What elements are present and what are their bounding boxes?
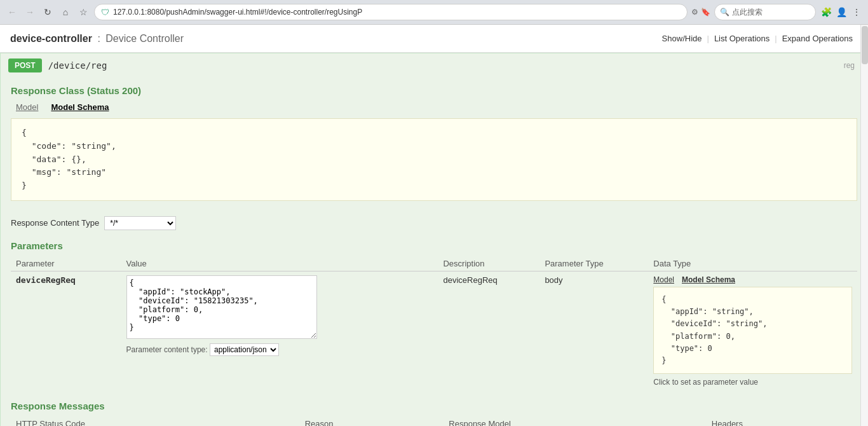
params-header-row: Parameter Value Description Parameter Ty… [11, 256, 857, 271]
controller-name: Device Controller [105, 33, 184, 44]
response-header-row: HTTP Status Code Reason Response Model H… [11, 416, 857, 426]
operation-label: reg [844, 61, 855, 70]
menu-icon: ⋮ [850, 6, 863, 18]
content-type-label: Response Content Type [11, 218, 99, 228]
bookmark-button[interactable]: ☆ [76, 5, 90, 19]
param-content-type-select[interactable]: application/json [210, 343, 279, 356]
endpoint-path: /device/reg [48, 60, 837, 71]
response-messages-title: Response Messages [11, 401, 857, 411]
expand-operations-link[interactable]: Expand Operations [777, 32, 858, 45]
response-json-content: { "code": "string", "data": {}, "msg": "… [22, 127, 846, 193]
content-type-select[interactable]: */* application/json [104, 216, 176, 230]
param-value-textarea[interactable]: { "appId": "stockApp", "deviceId": "1582… [126, 275, 317, 339]
controller-id: device-controller [10, 33, 92, 44]
data-type-model-tab[interactable]: Model [653, 275, 674, 284]
col-data-type: Data Type [648, 256, 857, 271]
col-headers: Headers [707, 416, 857, 426]
toolbar-icons: ⚙ 🔖 [691, 8, 710, 17]
security-icon: 🛡 [101, 8, 109, 17]
data-type-schema-tab[interactable]: Model Schema [682, 275, 735, 284]
search-icon: 🔍 [720, 8, 729, 17]
schema-tab[interactable]: Model Schema [46, 101, 114, 113]
param-type: body [545, 275, 562, 285]
browser-toolbar: 🧩 👤 ⋮ [820, 6, 863, 18]
search-placeholder: 点此搜索 [732, 7, 763, 18]
operation-row: POST /device/reg reg [1, 53, 867, 78]
address-bar[interactable]: 🛡 127.0.0.1:8080/pushAdmin/swagger-ui.ht… [94, 4, 688, 20]
response-class-section: Response Class (Status 200) Model Model … [1, 78, 867, 211]
col-reason: Reason [300, 416, 444, 426]
controller-actions: Show/Hide | List Operations | Expand Ope… [657, 32, 858, 45]
extensions-icon: 🧩 [820, 6, 832, 18]
controller-header: device-controller : Device Controller Sh… [0, 25, 868, 53]
data-type-model-tabs: Model Model Schema [653, 275, 852, 284]
controller-colon: : [97, 33, 100, 44]
show-hide-link[interactable]: Show/Hide [657, 32, 707, 45]
click-to-set-label: Click to set as parameter value [653, 378, 852, 387]
scrollbar-thumb[interactable] [862, 26, 868, 64]
method-badge: POST [8, 58, 42, 72]
operation-block: POST /device/reg reg Response Class (Sta… [0, 53, 868, 426]
data-type-schema-block[interactable]: { "appId": "string", "deviceId": "string… [653, 287, 852, 374]
response-class-title: Response Class (Status 200) [11, 85, 857, 96]
parameters-title: Parameters [11, 240, 857, 251]
parameters-section: Parameters Parameter Value Description P… [1, 235, 867, 395]
scrollbar-track[interactable] [860, 25, 868, 426]
param-description: deviceRegReq [443, 275, 497, 285]
col-description: Description [438, 256, 539, 271]
param-content-type-label: Parameter content type: [126, 345, 208, 354]
home-button[interactable]: ⌂ [58, 5, 72, 19]
back-button[interactable]: ← [5, 5, 19, 19]
browser-chrome: ← → ↻ ⌂ ☆ 🛡 127.0.0.1:8080/pushAdmin/swa… [0, 0, 868, 25]
col-param-type: Parameter Type [539, 256, 648, 271]
page-wrapper: device-controller : Device Controller Sh… [0, 25, 868, 426]
col-value: Value [121, 256, 438, 271]
param-content-type-row: Parameter content type: application/json [126, 343, 433, 356]
params-table: Parameter Value Description Parameter Ty… [11, 256, 857, 390]
response-json-block: { "code": "string", "data": {}, "msg": "… [11, 118, 857, 201]
param-name: deviceRegReq [16, 275, 76, 285]
model-tabs: Model Model Schema [11, 101, 857, 113]
forward-button[interactable]: → [23, 5, 37, 19]
controller-title: device-controller : Device Controller [10, 33, 184, 45]
profile-icon: 👤 [835, 6, 848, 18]
col-parameter: Parameter [11, 256, 121, 271]
data-type-schema-json: { "appId": "string", "deviceId": "string… [661, 294, 844, 367]
content-type-row: Response Content Type */* application/js… [1, 211, 867, 235]
list-operations-link[interactable]: List Operations [709, 32, 775, 45]
model-tab[interactable]: Model [11, 101, 43, 113]
table-row: deviceRegReq { "appId": "stockApp", "dev… [11, 271, 857, 390]
response-table: HTTP Status Code Reason Response Model H… [11, 416, 857, 426]
address-text: 127.0.0.1:8080/pushAdmin/swagger-ui.html… [113, 8, 681, 17]
col-status-code: HTTP Status Code [11, 416, 300, 426]
response-messages-section: Response Messages HTTP Status Code Reaso… [1, 395, 867, 426]
col-response-model: Response Model [444, 416, 706, 426]
reload-button[interactable]: ↻ [41, 5, 55, 19]
search-bar[interactable]: 🔍 点此搜索 [714, 4, 816, 20]
